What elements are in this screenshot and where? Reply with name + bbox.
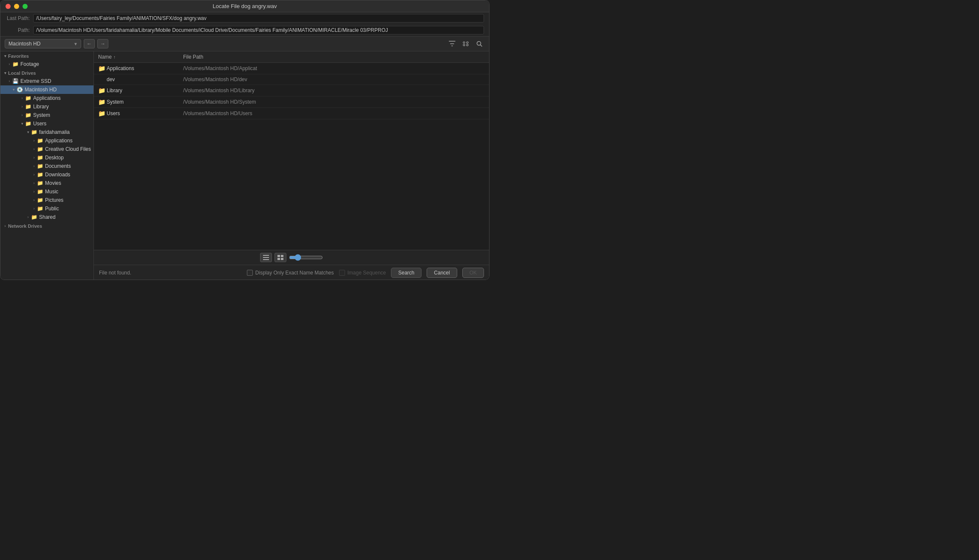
drive-icon: 💾 xyxy=(12,78,19,84)
sidebar-item-faridahamalia[interactable]: ▾ 📁 faridahamalia xyxy=(0,128,93,136)
table-row[interactable]: dev /Volumes/Macintosh HD/dev xyxy=(94,74,489,85)
downloads-chevron: › xyxy=(31,173,37,177)
minimize-button[interactable] xyxy=(14,4,19,9)
last-path-label: Last Path: xyxy=(6,15,33,21)
drive-select-wrapper[interactable]: Macintosh HD Extreme SSD ▼ xyxy=(5,39,81,48)
toolbar: Macintosh HD Extreme SSD ▼ ← → xyxy=(0,37,489,51)
search-button[interactable]: Search xyxy=(391,268,422,278)
maximize-button[interactable] xyxy=(23,4,28,9)
filter-icon[interactable] xyxy=(447,39,458,48)
sidebar-item-library[interactable]: › 📁 Library xyxy=(0,102,93,111)
svg-rect-7 xyxy=(263,257,269,258)
table-header: Name ↑ File Path xyxy=(94,51,489,63)
sidebar-item-macintosh-hd[interactable]: ▾ 💽 Macintosh HD xyxy=(0,85,93,94)
svg-point-1 xyxy=(467,42,468,43)
local-drives-chevron: ▾ xyxy=(2,71,8,75)
folder-icon-row: 📁 xyxy=(98,87,105,94)
size-slider[interactable] xyxy=(289,254,323,261)
file-row-path: /Volumes/Macintosh HD/Library xyxy=(183,88,485,93)
sidebar-item-documents[interactable]: › 📁 Documents xyxy=(0,162,93,170)
sidebar-item-users[interactable]: ▾ 📁 Users xyxy=(0,119,93,128)
sidebar-label-user-applications: Applications xyxy=(45,138,73,144)
back-button[interactable]: ← xyxy=(84,39,95,48)
table-row[interactable]: 📁 System /Volumes/Macintosh HD/System xyxy=(94,96,489,108)
image-sequence-checkbox[interactable] xyxy=(339,270,345,276)
file-row-path: /Volumes/Macintosh HD/System xyxy=(183,99,485,105)
sidebar-label-users: Users xyxy=(33,121,46,127)
svg-rect-6 xyxy=(263,255,269,256)
sidebar-item-movies[interactable]: › 📁 Movies xyxy=(0,179,93,187)
pictures-chevron: › xyxy=(31,198,37,202)
sidebar-item-shared[interactable]: › 📁 Shared xyxy=(0,213,93,221)
desktop-chevron: › xyxy=(31,156,37,160)
table-row[interactable]: 📁 Library /Volumes/Macintosh HD/Library xyxy=(94,85,489,96)
table-row[interactable]: 📁 Applications /Volumes/Macintosh HD/App… xyxy=(94,63,489,74)
sidebar-label-downloads: Downloads xyxy=(45,172,70,178)
exact-match-checkbox[interactable] xyxy=(247,270,253,276)
sort-arrow[interactable]: ↑ xyxy=(113,55,116,59)
forward-button[interactable]: → xyxy=(97,39,108,48)
library-chevron: › xyxy=(19,105,25,109)
folder-icon-faridahamalia: 📁 xyxy=(31,129,37,135)
sidebar-item-user-applications[interactable]: › 📁 Applications xyxy=(0,136,93,145)
sidebar-item-pictures[interactable]: › 📁 Pictures xyxy=(0,196,93,204)
local-drives-label: Local Drives xyxy=(8,71,36,76)
window-title: Locate File dog angry.wav xyxy=(213,3,277,9)
sidebar-label-creative-cloud: Creative Cloud Files xyxy=(45,146,91,152)
svg-point-0 xyxy=(463,42,465,43)
sidebar-label-movies: Movies xyxy=(45,180,61,186)
file-row-name: Users xyxy=(107,110,183,116)
system-chevron: › xyxy=(19,113,25,117)
sidebar-label-macintosh-hd: Macintosh HD xyxy=(25,87,57,93)
sidebar-label-music: Music xyxy=(45,189,58,195)
folder-icon-row: 📁 xyxy=(98,99,105,105)
svg-rect-10 xyxy=(281,255,283,257)
sidebar-item-public[interactable]: › 📁 Public xyxy=(0,204,93,213)
search-toolbar-icon[interactable] xyxy=(474,39,485,48)
sidebar-label-pictures: Pictures xyxy=(45,197,63,203)
sidebar-item-extreme-ssd[interactable]: › 💾 Extreme SSD xyxy=(0,77,93,85)
sidebar-item-desktop[interactable]: › 📁 Desktop xyxy=(0,153,93,162)
title-bar: Locate File dog angry.wav xyxy=(0,0,489,12)
svg-rect-9 xyxy=(277,255,280,257)
sidebar-item-downloads[interactable]: › 📁 Downloads xyxy=(0,170,93,179)
folder-icon-users: 📁 xyxy=(25,121,31,127)
local-drives-section[interactable]: ▾ Local Drives xyxy=(0,68,93,77)
applications-chevron: › xyxy=(19,96,25,100)
folder-icon-downloads: 📁 xyxy=(37,172,43,178)
svg-line-5 xyxy=(481,45,482,47)
sidebar-item-music[interactable]: › 📁 Music xyxy=(0,187,93,196)
file-row-path: /Volumes/Macintosh HD/Applicat xyxy=(183,65,485,71)
folder-icon-library: 📁 xyxy=(25,104,31,110)
sidebar-label-desktop: Desktop xyxy=(45,155,64,161)
user-applications-chevron: › xyxy=(31,139,37,143)
right-panel: Name ↑ File Path 📁 Applications /Volumes… xyxy=(94,51,489,280)
view-options-icon[interactable] xyxy=(460,39,471,48)
folder-icon-user-apps: 📁 xyxy=(37,138,43,144)
list-view-button[interactable] xyxy=(260,253,272,262)
table-row[interactable]: 📁 Users /Volumes/Macintosh HD/Users xyxy=(94,108,489,119)
folder-icon-row: 📁 xyxy=(98,110,105,117)
folder-icon-apps: 📁 xyxy=(25,95,31,101)
folder-icon-system: 📁 xyxy=(25,112,31,118)
favorites-label: Favorites xyxy=(8,54,29,59)
folder-icon-cc: 📁 xyxy=(37,146,43,152)
ok-button[interactable]: OK xyxy=(462,268,484,278)
sidebar-item-creative-cloud[interactable]: › 📁 Creative Cloud Files xyxy=(0,145,93,153)
sidebar-item-footage[interactable]: › 📁 Footage xyxy=(0,60,93,68)
sidebar-label-faridahamalia: faridahamalia xyxy=(39,129,70,135)
close-button[interactable] xyxy=(6,4,11,9)
path-value[interactable]: /Volumes/Macintosh HD/Users/faridahamali… xyxy=(33,26,484,34)
cancel-button[interactable]: Cancel xyxy=(427,268,457,278)
sidebar-item-system[interactable]: › 📁 System xyxy=(0,111,93,119)
svg-rect-12 xyxy=(281,258,283,260)
sidebar-label-documents: Documents xyxy=(45,163,71,169)
favorites-section[interactable]: ▾ Favorites xyxy=(0,51,93,60)
drive-select[interactable]: Macintosh HD Extreme SSD xyxy=(5,39,81,48)
view-controls xyxy=(94,250,489,265)
network-drives-section[interactable]: › Network Drives xyxy=(0,221,93,230)
folder-icon-music: 📁 xyxy=(37,189,43,195)
last-path-value[interactable]: /Users/fairy_ley/Documents/Fairies Famil… xyxy=(33,14,484,23)
sidebar-item-applications[interactable]: › 📁 Applications xyxy=(0,94,93,102)
grid-view-button[interactable] xyxy=(274,253,286,262)
